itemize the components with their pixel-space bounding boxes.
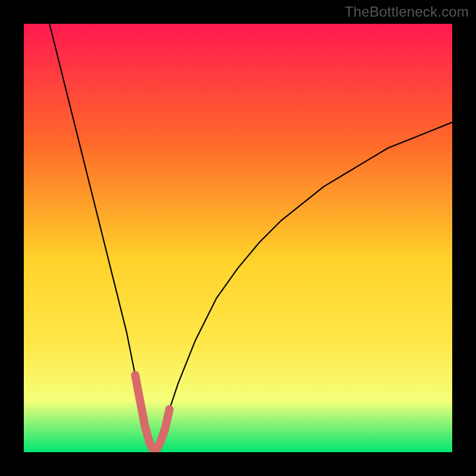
gradient-background: [24, 24, 452, 452]
chart-frame: TheBottleneck.com: [0, 0, 476, 476]
plot-svg: [24, 24, 452, 452]
plot-area: [24, 24, 452, 452]
watermark-text: TheBottleneck.com: [345, 4, 469, 20]
